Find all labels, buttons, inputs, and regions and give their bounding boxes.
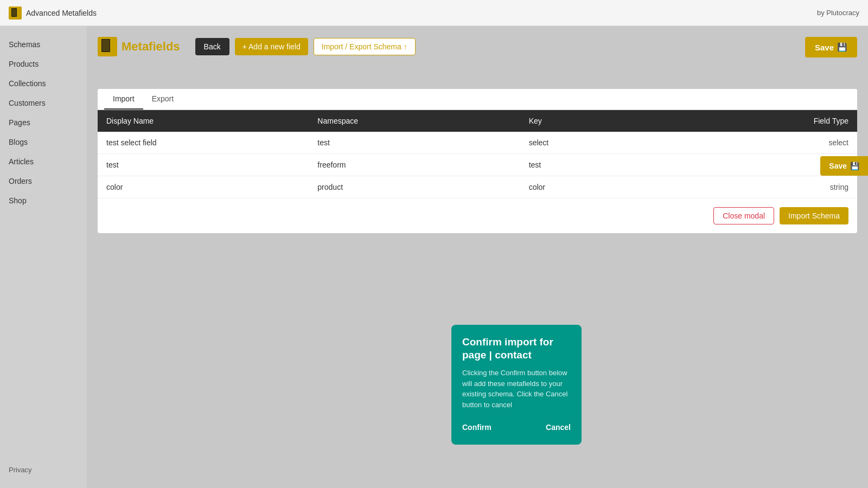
import-schema-button[interactable]: Import Schema	[780, 207, 848, 224]
cancel-button[interactable]: Cancel	[546, 421, 571, 434]
bottom-actions: Close modal Import Schema	[98, 198, 857, 233]
col-key: Key	[529, 117, 740, 125]
save-label: Save	[815, 43, 834, 52]
schema-table: Display Name Namespace Key Field Type te…	[98, 110, 857, 198]
col-namespace: Namespace	[317, 117, 528, 125]
back-button[interactable]: Back	[195, 38, 229, 55]
sidebar-footer-privacy[interactable]: Privacy	[0, 460, 87, 479]
main-layout: Schemas Products Collections Customers P…	[0, 26, 868, 488]
svg-rect-2	[12, 9, 16, 16]
confirm-dialog-actions: Confirm Cancel	[462, 421, 571, 434]
row1-field-type: select	[740, 138, 848, 147]
row1-display-name: test select field	[106, 138, 317, 147]
sidebar-item-blogs[interactable]: Blogs	[0, 132, 87, 152]
row3-key: color	[529, 183, 740, 191]
header-logo-icon	[98, 37, 117, 56]
sidebar-item-collections[interactable]: Collections	[0, 74, 87, 93]
row3-display-name: color	[106, 183, 317, 191]
tabs: Import Export	[98, 89, 857, 110]
header-actions: Back + Add a new field Import / Export S…	[195, 38, 416, 55]
right-save-icon: 💾	[850, 162, 859, 170]
save-icon: 💾	[837, 42, 847, 52]
row2-namespace: freeform	[317, 160, 528, 169]
tab-import[interactable]: Import	[104, 89, 143, 110]
header-logo: Metafields	[98, 37, 180, 56]
sidebar-item-shop[interactable]: Shop	[0, 191, 87, 210]
confirm-dialog: Confirm import for page | contact Clicki…	[451, 325, 582, 445]
app-title: Advanced Metafields	[26, 9, 97, 17]
table-row: test freeform test string	[98, 154, 857, 176]
sidebar-item-schemas[interactable]: Schemas	[0, 35, 87, 54]
col-display-name: Display Name	[106, 117, 317, 125]
row3-namespace: product	[317, 183, 528, 191]
right-save-panel: Save 💾	[820, 156, 868, 176]
header-bar: Metafields Back + Add a new field Import…	[98, 37, 857, 56]
table-header: Display Name Namespace Key Field Type	[98, 110, 857, 132]
row2-display-name: test	[106, 160, 317, 169]
sidebar-item-orders[interactable]: Orders	[0, 171, 87, 191]
close-modal-button[interactable]: Close modal	[713, 207, 774, 224]
tab-export[interactable]: Export	[143, 89, 182, 110]
app-logo-icon	[9, 7, 22, 20]
content-area: Metafields Back + Add a new field Import…	[87, 26, 868, 488]
sidebar-item-articles[interactable]: Articles	[0, 152, 87, 171]
save-button-top[interactable]: Save 💾	[805, 37, 857, 57]
sidebar: Schemas Products Collections Customers P…	[0, 26, 87, 488]
sidebar-item-products[interactable]: Products	[0, 54, 87, 74]
app-logo: Advanced Metafields	[9, 7, 97, 20]
col-field-type: Field Type	[740, 117, 848, 125]
table-row: test select field test select select	[98, 132, 857, 154]
row1-namespace: test	[317, 138, 528, 147]
topbar-byline: by Plutocracy	[817, 9, 859, 17]
header-title: Metafields	[122, 40, 180, 54]
confirm-dialog-description: Clicking the Confirm button below will a…	[462, 368, 571, 410]
svg-rect-5	[102, 40, 110, 52]
save-button-right[interactable]: Save 💾	[820, 156, 868, 176]
import-export-button[interactable]: Import / Export Schema ↑	[314, 38, 416, 55]
row3-field-type: string	[740, 183, 848, 191]
sidebar-item-customers[interactable]: Customers	[0, 93, 87, 113]
top-bar: Advanced Metafields by Plutocracy	[0, 0, 868, 26]
row1-key: select	[529, 138, 740, 147]
right-save-label: Save	[829, 162, 847, 170]
add-field-button[interactable]: + Add a new field	[235, 38, 308, 55]
row2-key: test	[529, 160, 740, 169]
sidebar-item-pages[interactable]: Pages	[0, 113, 87, 132]
table-row: color product color string	[98, 176, 857, 198]
modal-panel: Import Export Display Name Namespace Key…	[98, 89, 857, 233]
confirm-button[interactable]: Confirm	[462, 421, 492, 434]
confirm-dialog-title: Confirm import for page | contact	[462, 336, 571, 362]
